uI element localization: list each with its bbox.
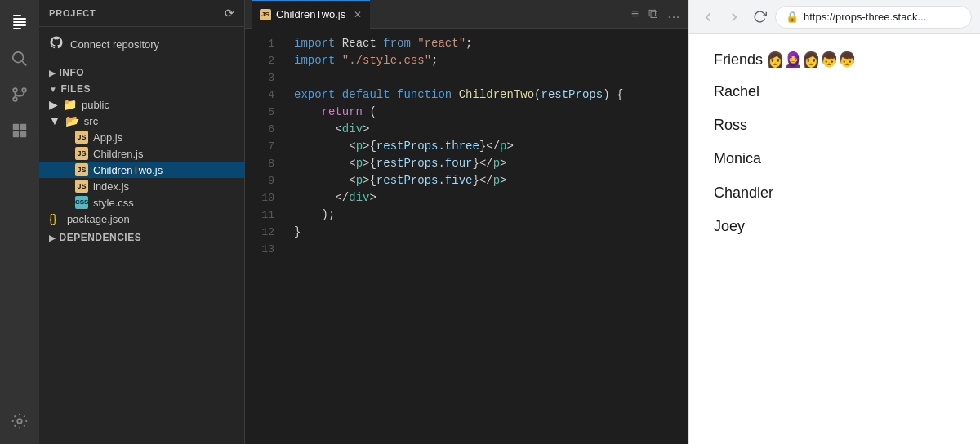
code-line-5: return ( [294,104,688,121]
childrentwo-js-label: ChildrenTwo.js [93,164,163,176]
split-editor-icon[interactable]: ⧉ [647,5,659,23]
svg-point-7 [13,88,17,92]
code-line-9: <p>{restProps.five}</p> [294,172,688,189]
deps-chevron: ▶ [49,233,56,242]
info-label: INFO [60,67,85,78]
activity-bar [0,0,39,444]
friend-rachel: Rachel [714,82,956,102]
index-js-item[interactable]: JS index.js [39,178,244,194]
line-numbers: 1 2 3 4 5 6 7 8 9 10 11 12 13 [245,29,281,444]
browser-back-button[interactable] [697,7,719,28]
address-bar[interactable]: 🔒 https://props-three.stack... [775,6,972,29]
friend-ross: Ross [714,115,956,135]
svg-rect-13 [13,131,19,137]
editor-area: JS ChildrenTwo.js ✕ ≡ ⧉ … 1 2 3 4 5 6 7 … [245,0,688,444]
search-icon[interactable] [3,42,36,75]
code-line-12: } [294,224,688,241]
browser-reload-button[interactable] [750,7,770,27]
dependencies-section: ▶ DEPENDENCIES [39,230,244,245]
style-css-label: style.css [93,197,134,209]
connect-repo-button[interactable]: Connect repository [39,27,244,62]
children-js-item[interactable]: JS Children.js [39,145,244,162]
code-content[interactable]: import React from "react"; import "./sty… [281,29,688,444]
files-section-header[interactable]: ▼ FILES [39,82,244,96]
lock-icon: 🔒 [786,11,799,23]
info-chevron: ▶ [49,69,56,78]
src-folder-icon: 📂 [65,114,79,127]
svg-rect-14 [20,131,26,137]
index-js-label: index.js [93,180,129,193]
browser-panel: 🔒 https://props-three.stack... Friends 👩… [688,0,980,444]
more-actions-icon[interactable]: … [666,5,682,23]
code-line-11: ); [294,206,688,224]
settings-icon[interactable] [3,405,36,437]
svg-point-8 [22,88,26,92]
code-line-10: </div> [294,189,688,206]
code-line-2: import "./style.css"; [294,52,688,69]
sidebar-cloud-icon[interactable]: ⟳ [225,7,234,20]
package-json-item[interactable]: {} package.json [39,211,244,227]
tab-js-icon: JS [260,9,271,20]
friends-emojis: 👩🧕👩👦👦 [766,51,856,69]
code-line-4: export default function ChildrenTwo(rest… [294,87,688,104]
github-icon [49,35,64,54]
svg-rect-12 [20,124,26,130]
tab-close-button[interactable]: ✕ [354,9,362,20]
svg-rect-0 [13,15,21,16]
app-js-item[interactable]: JS App.js [39,129,244,145]
browser-toolbar: 🔒 https://props-three.stack... [689,0,980,34]
css-icon: CSS [75,196,88,209]
extensions-icon[interactable] [3,114,36,147]
svg-rect-1 [13,18,26,20]
src-folder[interactable]: ▼ 📂 src [39,113,244,129]
files-icon[interactable] [3,7,36,39]
children-js-label: Children.js [93,148,143,160]
info-section-header[interactable]: ▶ INFO [39,65,244,80]
info-section: ▶ INFO [39,65,244,80]
childrentwo-js-item[interactable]: JS ChildrenTwo.js [39,162,244,178]
code-editor: 1 2 3 4 5 6 7 8 9 10 11 12 13 import Rea… [245,29,688,444]
browser-content: Friends 👩🧕👩👦👦 Rachel Ross Monica Chandle… [689,34,980,444]
code-line-3 [294,69,688,87]
svg-line-6 [22,61,26,65]
svg-rect-3 [13,24,26,26]
code-line-8: <p>{restProps.four}</p> [294,155,688,172]
files-chevron: ▼ [49,85,57,94]
app-js-label: App.js [93,131,122,144]
file-tree: ▶ INFO ▼ FILES ▶ 📁 public ▼ 📂 src [39,62,244,444]
source-control-icon[interactable] [3,78,36,111]
menu-icon[interactable]: ≡ [630,5,640,23]
svg-point-5 [13,52,24,63]
svg-rect-4 [13,28,21,29]
svg-rect-11 [13,124,19,130]
js-icon-app: JS [75,131,88,144]
svg-point-15 [17,419,22,424]
js-icon-index: JS [75,180,88,193]
svg-point-9 [13,97,17,101]
editor-header-right: ≡ ⧉ … [630,5,682,23]
address-text: https://props-three.stack... [804,11,926,23]
code-line-1: import React from "react"; [294,35,688,52]
package-json-label: package.json [67,213,130,225]
svg-rect-2 [13,21,26,23]
code-line-6: <div> [294,121,688,138]
friends-heading: Friends 👩🧕👩👦👦 [714,51,956,69]
files-label: FILES [60,83,91,95]
friend-chandler: Chandler [714,183,956,203]
childrentwo-tab[interactable]: JS ChildrenTwo.js ✕ [252,0,370,29]
public-folder-label: public [82,99,109,111]
public-folder[interactable]: ▶ 📁 public [39,96,244,113]
browser-forward-button[interactable] [724,7,745,28]
code-line-7: <p>{restProps.three}</p> [294,138,688,155]
dependencies-label: DEPENDENCIES [60,232,142,243]
dependencies-section-header[interactable]: ▶ DEPENDENCIES [39,230,244,245]
json-icon: {} [49,212,62,225]
tab-label: ChildrenTwo.js [276,8,345,20]
src-chevron-icon: ▼ [49,114,60,127]
folder-icon: 📁 [63,98,77,111]
files-section: ▼ FILES ▶ 📁 public ▼ 📂 src JS App.js [39,82,244,227]
sidebar: PROJECT ⟳ Connect repository ▶ INFO ▼ FI… [39,0,245,444]
friend-monica: Monica [714,149,956,169]
style-css-item[interactable]: CSS style.css [39,194,244,211]
friend-joey: Joey [714,216,956,237]
